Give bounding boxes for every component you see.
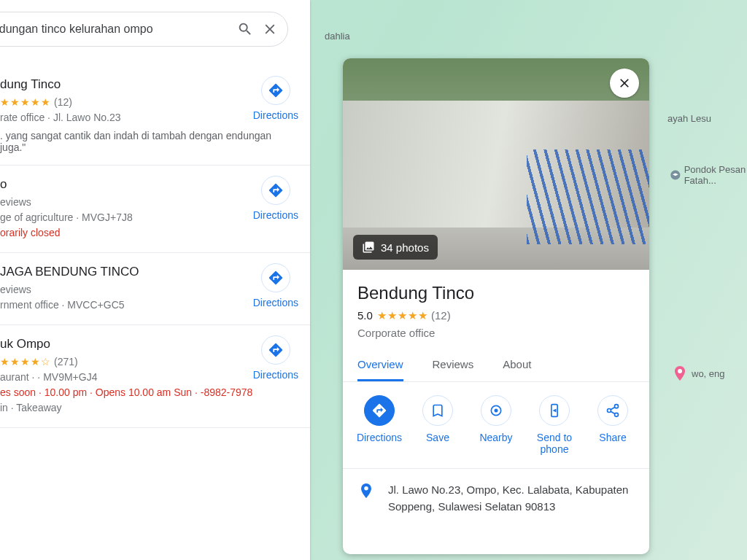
directions-icon — [268, 182, 284, 198]
result-item[interactable]: dung Tinco ★★★★★(12) rate office · Jl. L… — [0, 66, 310, 166]
result-item[interactable]: o eviews ge of agriculture · MVGJ+7J8 or… — [0, 166, 310, 253]
share-icon — [605, 403, 620, 418]
directions-icon — [268, 82, 284, 98]
address-text: Jl. Lawo No.23, Ompo, Kec. Lalabata, Kab… — [388, 482, 635, 515]
hero-photo[interactable]: 34 photos — [343, 58, 649, 270]
search-input[interactable] — [0, 23, 235, 36]
map-label: dahlia — [325, 31, 350, 42]
directions-button[interactable]: Directions — [253, 263, 298, 308]
map-poi-ayah[interactable]: ayah Lesu — [667, 113, 711, 124]
result-item[interactable]: uk Ompo ★★★★☆(271) aurant · · MV9M+GJ4 e… — [0, 325, 310, 428]
result-hours: es soon · 10.00 pm · Opens 10.00 am Sun … — [0, 386, 252, 398]
tab-overview[interactable]: Overview — [357, 358, 403, 381]
directions-icon — [268, 342, 284, 358]
tab-reviews[interactable]: Reviews — [433, 358, 474, 381]
place-category: Corporate office — [357, 327, 635, 339]
action-share[interactable]: Share — [587, 395, 639, 455]
star-rating: ★★★★★ — [377, 309, 428, 322]
school-pin-icon — [670, 166, 681, 184]
action-nearby[interactable]: Nearby — [470, 395, 522, 455]
place-rating[interactable]: 5.0★★★★★ (12) — [357, 309, 635, 322]
svg-point-1 — [678, 369, 682, 373]
action-send-to-phone[interactable]: Send to phone — [528, 395, 581, 455]
action-save[interactable]: Save — [411, 395, 464, 455]
result-snippet: . yang sangat cantik dan indah di tambah… — [0, 130, 298, 153]
search-bar — [0, 12, 288, 47]
address-row[interactable]: Jl. Lawo No.23, Ompo, Kec. Lalabata, Kab… — [343, 469, 649, 528]
detail-tabs: Overview Reviews About — [343, 348, 649, 382]
map-poi-hotel[interactable]: wo, eng — [671, 365, 725, 382]
place-detail-card: 34 photos Bendung Tinco 5.0★★★★★ (12) Co… — [343, 58, 649, 554]
star-rating: ★★★★☆ — [0, 356, 51, 368]
directions-button[interactable]: Directions — [253, 76, 298, 121]
photos-icon — [362, 241, 375, 254]
photo-count-badge[interactable]: 34 photos — [353, 235, 438, 260]
action-directions[interactable]: Directions — [353, 395, 406, 455]
results-panel: dung Tinco ★★★★★(12) rate office · Jl. L… — [0, 0, 310, 560]
result-closed: orarily closed — [0, 225, 298, 241]
lodging-pin-icon — [671, 365, 689, 382]
nearby-icon — [489, 403, 503, 418]
directions-icon — [268, 270, 284, 286]
directions-icon — [371, 402, 387, 419]
svg-point-7 — [615, 413, 619, 416]
svg-point-6 — [608, 409, 611, 413]
send-phone-icon — [547, 403, 562, 418]
map-poi-pondok[interactable]: Pondok Pesan Fatah... — [670, 164, 747, 186]
svg-point-3 — [495, 409, 498, 413]
clear-search-icon[interactable] — [260, 19, 280, 39]
place-title: Bendung Tinco — [357, 283, 635, 303]
detail-header: Bendung Tinco 5.0★★★★★ (12) Corporate of… — [343, 270, 649, 339]
tab-about[interactable]: About — [503, 358, 531, 381]
search-icon[interactable] — [235, 19, 255, 39]
star-rating: ★★★★★ — [0, 96, 51, 108]
directions-button[interactable]: Directions — [253, 335, 298, 381]
result-item[interactable]: JAGA BENDUNG TINCO eviews rnment office … — [0, 253, 310, 325]
directions-button[interactable]: Directions — [253, 176, 298, 221]
close-icon — [617, 76, 632, 90]
result-extra: in · Takeaway — [0, 400, 298, 416]
results-list: dung Tinco ★★★★★(12) rate office · Jl. L… — [0, 66, 310, 560]
close-detail-button[interactable] — [610, 69, 639, 98]
bookmark-icon — [430, 403, 445, 418]
svg-point-5 — [615, 405, 619, 408]
action-row: Directions Save Nearby Send to phone Sha… — [343, 382, 649, 469]
location-pin-icon — [357, 482, 375, 515]
